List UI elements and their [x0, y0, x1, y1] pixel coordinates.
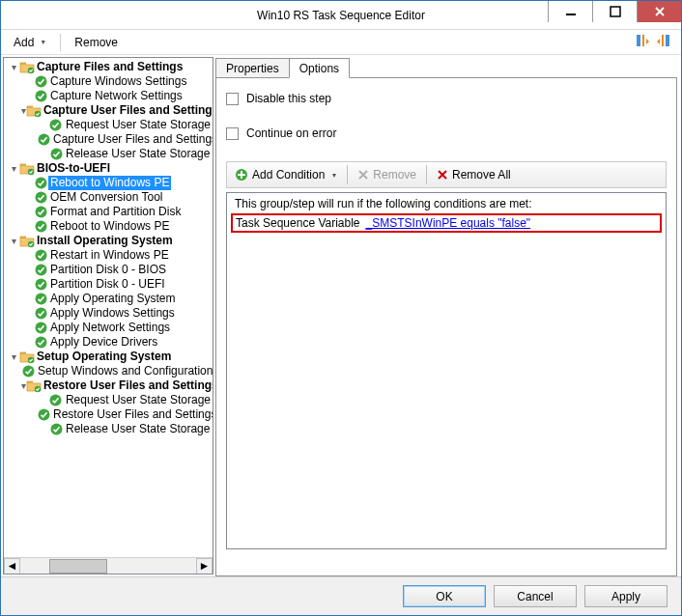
- continue-on-error-checkbox[interactable]: [226, 127, 239, 140]
- remove-all-label: Remove All: [452, 168, 511, 182]
- scroll-right-arrow[interactable]: ►: [196, 558, 213, 574]
- tree-step[interactable]: Reboot to Windows PE: [4, 219, 213, 234]
- add-menu[interactable]: Add ▼: [5, 32, 55, 53]
- expand-toggle[interactable]: ▾: [8, 60, 19, 74]
- svg-point-22: [35, 294, 46, 305]
- svg-rect-3: [642, 35, 644, 46]
- ok-button[interactable]: OK: [403, 585, 486, 607]
- svg-point-20: [35, 265, 46, 276]
- tree-group[interactable]: ▾Install Operating System: [4, 234, 213, 248]
- tree-step[interactable]: Release User State Storage: [4, 147, 213, 161]
- folder-icon: [19, 234, 35, 248]
- remove-label: Remove: [74, 36, 118, 49]
- disable-step-row: Disable this step: [226, 92, 667, 105]
- folder-icon: [19, 161, 35, 176]
- success-check-icon: [21, 364, 36, 378]
- remove-condition-button[interactable]: Remove: [354, 166, 420, 183]
- svg-point-29: [50, 395, 62, 406]
- tree-step[interactable]: OEM Conversion Tool: [4, 190, 213, 205]
- tree-step[interactable]: Capture Network Settings: [4, 89, 213, 103]
- tree-item-label: Restore User Files and Settings: [51, 407, 213, 422]
- cancel-button[interactable]: Cancel: [494, 585, 577, 607]
- content-area: ▾Capture Files and SettingsCapture Windo…: [1, 55, 681, 576]
- tab-properties[interactable]: Properties: [215, 58, 290, 78]
- expand-toggle[interactable]: ▾: [8, 234, 19, 248]
- success-check-icon: [33, 277, 48, 292]
- tree-item-label: Capture Windows Settings: [48, 74, 188, 89]
- tree-step[interactable]: Request User State Storage: [4, 393, 213, 407]
- minimize-button[interactable]: [548, 1, 592, 22]
- folder-icon: [26, 103, 42, 118]
- condition-rule[interactable]: Task Sequence Variable _SMSTSInWinPE equ…: [231, 213, 662, 233]
- tree-step[interactable]: Apply Device Drivers: [4, 335, 213, 350]
- tree-step[interactable]: Reboot to Windows PE: [4, 176, 213, 190]
- tree-step[interactable]: Capture User Files and Settings: [4, 132, 213, 147]
- tree-step[interactable]: Request User State Storage: [4, 118, 213, 132]
- tree-item-label: Capture User Files and Settings: [51, 132, 213, 147]
- tree-group[interactable]: ▾BIOS-to-UEFI: [4, 161, 213, 176]
- tree-step[interactable]: Apply Network Settings: [4, 321, 213, 335]
- disable-step-label: Disable this step: [246, 92, 331, 105]
- success-check-icon: [33, 335, 48, 350]
- success-check-icon: [48, 147, 64, 161]
- scroll-thumb[interactable]: [49, 559, 107, 574]
- tree-item-label: Apply Operating System: [48, 292, 177, 306]
- tree-item-label: Release User State Storage: [64, 422, 212, 436]
- horizontal-scrollbar[interactable]: ◄ ►: [4, 557, 213, 574]
- disable-step-checkbox[interactable]: [226, 93, 239, 105]
- svg-point-8: [35, 91, 46, 102]
- success-check-icon: [48, 118, 64, 132]
- tree-step[interactable]: Capture Windows Settings: [4, 74, 213, 89]
- continue-on-error-row: Continue on error: [226, 126, 667, 140]
- folder-icon: [26, 378, 42, 393]
- svg-point-21: [35, 279, 46, 291]
- conditions-list[interactable]: This group/step will run if the followin…: [226, 192, 667, 549]
- tree-step[interactable]: Restart in Windows PE: [4, 248, 213, 263]
- folder-icon: [19, 350, 35, 364]
- action-icon-2[interactable]: [656, 33, 671, 51]
- svg-point-30: [39, 409, 50, 421]
- svg-rect-1: [611, 7, 620, 16]
- tree-group[interactable]: ▾Restore User Files and Settings: [4, 378, 213, 393]
- maximize-button[interactable]: [592, 1, 637, 22]
- tree-item-label: Release User State Storage: [64, 147, 212, 161]
- remove-all-conditions-button[interactable]: Remove All: [433, 166, 515, 183]
- tab-strip: Properties Options: [215, 57, 677, 77]
- close-button[interactable]: [637, 1, 681, 22]
- toolbar-separator: [426, 165, 427, 184]
- tree-step[interactable]: Format and Partition Disk: [4, 205, 213, 219]
- tree-group[interactable]: ▾Capture Files and Settings: [4, 60, 213, 74]
- toolbar-separator: [60, 34, 61, 51]
- scroll-left-arrow[interactable]: ◄: [4, 558, 20, 574]
- success-check-icon: [37, 132, 51, 147]
- tree-step[interactable]: Partition Disk 0 - UEFI: [4, 277, 213, 292]
- success-check-icon: [33, 263, 48, 277]
- tree-group[interactable]: ▾Setup Operating System: [4, 350, 213, 364]
- svg-point-31: [50, 424, 62, 435]
- expand-toggle[interactable]: ▾: [8, 161, 19, 176]
- tree-step[interactable]: Restore User Files and Settings: [4, 407, 213, 422]
- condition-rule-link[interactable]: _SMSTSInWinPE equals "false": [366, 216, 531, 230]
- tree-step[interactable]: Apply Windows Settings: [4, 306, 213, 321]
- task-sequence-tree-pane: ▾Capture Files and SettingsCapture Windo…: [3, 57, 213, 574]
- success-check-icon: [33, 74, 48, 89]
- tree-step[interactable]: Setup Windows and Configuration Manager: [4, 364, 213, 378]
- tree-step[interactable]: Release User State Storage: [4, 422, 213, 436]
- success-check-icon: [48, 422, 64, 436]
- apply-button[interactable]: Apply: [584, 585, 668, 607]
- remove-button[interactable]: Remove: [66, 32, 127, 53]
- expand-toggle[interactable]: ▾: [8, 350, 19, 364]
- svg-rect-0: [566, 14, 576, 15]
- tab-options[interactable]: Options: [289, 58, 350, 78]
- tree-step[interactable]: Apply Operating System: [4, 292, 213, 306]
- tree-group[interactable]: ▾Capture User Files and Settings: [4, 103, 213, 118]
- tree-item-label: Request User State Storage: [64, 118, 213, 132]
- task-sequence-tree[interactable]: ▾Capture Files and SettingsCapture Windo…: [4, 58, 213, 557]
- x-icon: [437, 169, 448, 181]
- add-label: Add: [14, 36, 34, 49]
- svg-point-7: [35, 76, 46, 88]
- close-icon: [654, 6, 666, 17]
- tree-step[interactable]: Partition Disk 0 - BIOS: [4, 263, 213, 277]
- add-condition-button[interactable]: Add Condition ▼: [231, 166, 341, 183]
- action-icon-1[interactable]: [635, 33, 650, 51]
